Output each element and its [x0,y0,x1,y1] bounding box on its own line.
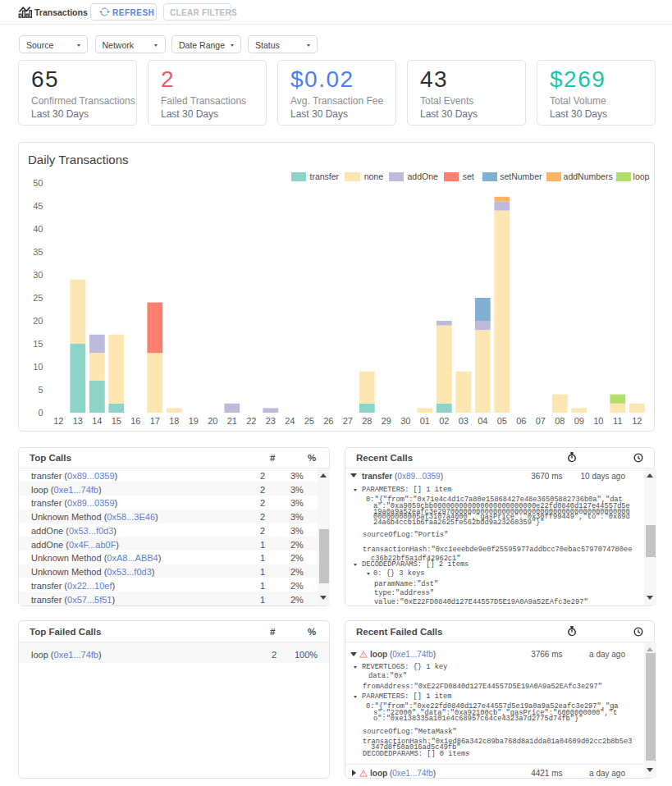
svg-text:15: 15 [112,416,121,426]
svg-text:09: 09 [574,416,584,426]
svg-text:22: 22 [246,416,256,426]
svg-text:17: 17 [150,416,160,426]
svg-text:10: 10 [33,362,43,372]
svg-text:19: 19 [189,416,199,426]
svg-text:01: 01 [420,416,430,426]
svg-text:02: 02 [439,416,449,426]
svg-text:06: 06 [516,416,526,426]
svg-text:30: 30 [33,270,43,280]
svg-text:26: 26 [323,416,333,426]
svg-text:18: 18 [169,416,179,426]
svg-text:23: 23 [266,416,276,426]
svg-text:50: 50 [33,178,43,188]
svg-text:12: 12 [53,416,63,426]
svg-text:12: 12 [632,416,642,426]
svg-text:30: 30 [400,416,410,426]
svg-text:04: 04 [478,416,487,426]
svg-text:24: 24 [285,416,295,426]
svg-text:27: 27 [343,416,353,426]
svg-text:25: 25 [304,416,314,426]
svg-text:21: 21 [227,416,237,426]
svg-text:45: 45 [33,201,43,211]
svg-text:20: 20 [33,316,43,326]
svg-text:13: 13 [73,416,83,426]
svg-text:05: 05 [497,416,507,426]
svg-text:10: 10 [593,416,603,426]
svg-text:20: 20 [208,416,217,426]
svg-text:11: 11 [613,416,622,426]
svg-text:5: 5 [38,385,43,395]
svg-text:16: 16 [130,416,140,426]
svg-text:15: 15 [33,339,43,349]
svg-text:25: 25 [33,293,43,303]
svg-text:03: 03 [459,416,469,426]
svg-text:0: 0 [38,408,43,418]
svg-text:35: 35 [33,247,43,257]
svg-text:29: 29 [382,416,391,426]
svg-text:14: 14 [92,416,102,426]
svg-text:07: 07 [536,416,546,426]
svg-text:40: 40 [33,224,43,234]
svg-text:28: 28 [362,416,372,426]
svg-text:08: 08 [555,416,565,426]
